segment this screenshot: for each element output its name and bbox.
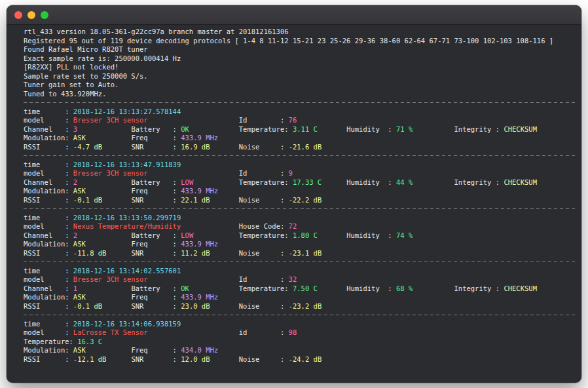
field-label: SNR : bbox=[131, 196, 181, 204]
field-label: SNR : bbox=[131, 355, 181, 363]
field-value: CHECKSUM bbox=[504, 284, 537, 292]
record-line: Channel : 1 Battery : OK Temperature: 7.… bbox=[24, 284, 575, 294]
field-label: Integrity : bbox=[454, 125, 504, 133]
field-label: Id : bbox=[239, 169, 289, 177]
window-titlebar[interactable] bbox=[7, 5, 581, 25]
field-padding bbox=[537, 284, 562, 292]
field-padding bbox=[181, 214, 454, 222]
field-padding bbox=[77, 284, 131, 292]
field-label: Noise : bbox=[239, 302, 289, 310]
field-value: Nexus Temperature/Humidity bbox=[73, 222, 181, 230]
record-line: model : Bresser 3CH sensor Id : 9 bbox=[24, 169, 575, 178]
field-padding bbox=[218, 293, 239, 301]
field-label: Freq : bbox=[131, 293, 181, 301]
field-padding bbox=[181, 320, 454, 328]
record-separator bbox=[24, 98, 575, 107]
field-label: Battery : bbox=[131, 178, 181, 186]
field-value: 433.9 MHz bbox=[181, 187, 218, 195]
record-line: Modulation: ASK Freq : 433.9 MHz bbox=[24, 240, 575, 249]
field-padding bbox=[297, 116, 454, 124]
field-padding bbox=[189, 284, 239, 292]
minimize-button[interactable] bbox=[28, 11, 35, 19]
field-padding bbox=[102, 338, 131, 345]
field-label: Humidity : bbox=[346, 231, 396, 239]
field-value: CHECKSUM bbox=[504, 125, 537, 133]
field-label: model : bbox=[24, 275, 73, 283]
field-value: 433.9 MHz bbox=[181, 134, 218, 142]
field-padding bbox=[297, 275, 454, 283]
field-value: ASK bbox=[73, 346, 86, 354]
field-padding bbox=[413, 178, 454, 186]
field-value: 22.1 dB bbox=[181, 196, 210, 204]
field-value: 2018-12-16 13:13:50.299719 bbox=[73, 214, 181, 222]
close-button[interactable] bbox=[14, 11, 22, 19]
field-value: Bresser 3CH sensor bbox=[73, 169, 148, 177]
field-value: 16.3 C bbox=[77, 338, 102, 345]
terminal-header-line: Registered 95 out of 119 device decoding… bbox=[24, 37, 575, 46]
field-value: -23.1 dB bbox=[289, 249, 322, 257]
field-value: -0.1 dB bbox=[73, 196, 102, 204]
record-line: RSSI : -12.1 dB SNR : 12.0 dB Noise : -2… bbox=[24, 355, 575, 364]
field-value: 2018-12-16 13:14:02.557601 bbox=[73, 267, 181, 275]
record-line: model : Nexus Temperature/Humidity House… bbox=[24, 222, 575, 231]
field-label: Channel : bbox=[24, 125, 73, 133]
field-label: Channel : bbox=[24, 284, 73, 292]
field-value: CHECKSUM bbox=[504, 178, 537, 186]
field-label: Channel : bbox=[24, 231, 73, 239]
separator-dash bbox=[24, 315, 575, 315]
field-padding bbox=[148, 328, 239, 336]
field-padding bbox=[77, 231, 131, 239]
field-padding bbox=[210, 196, 239, 204]
field-label: Modulation: bbox=[24, 240, 73, 248]
field-value: -24.2 dB bbox=[289, 355, 322, 363]
record-line: RSSI : -0.1 dB SNR : 22.1 dB Noise : -22… bbox=[24, 196, 575, 205]
field-padding bbox=[148, 169, 239, 177]
field-value: 44 % bbox=[396, 178, 413, 186]
field-label: RSSI : bbox=[24, 249, 73, 257]
record-line: Modulation: ASK Freq : 433.9 MHz bbox=[24, 293, 575, 302]
field-padding bbox=[297, 222, 454, 230]
record-line: time : 2018-12-16 13:13:47.911839 bbox=[24, 161, 575, 170]
field-padding bbox=[210, 249, 239, 257]
field-padding bbox=[297, 328, 454, 336]
field-padding bbox=[106, 249, 131, 257]
field-label: model : bbox=[24, 222, 73, 230]
field-label: time : bbox=[24, 267, 73, 275]
field-value: 2018-12-16 13:13:27.578144 bbox=[73, 107, 181, 115]
field-padding bbox=[193, 178, 239, 186]
field-padding bbox=[148, 275, 239, 283]
record-separator bbox=[24, 151, 575, 161]
window-controls bbox=[14, 11, 48, 19]
field-padding bbox=[210, 355, 239, 363]
field-label: SNR : bbox=[131, 249, 181, 257]
field-label: Noise : bbox=[239, 143, 289, 151]
field-padding bbox=[218, 346, 239, 354]
field-padding bbox=[318, 284, 346, 292]
field-label: Temperature: bbox=[24, 338, 77, 345]
terminal-content[interactable]: rtl_433 version 18.05-361-g22cc97a branc… bbox=[7, 25, 581, 364]
field-value: -21.6 dB bbox=[289, 143, 322, 151]
field-label: Freq : bbox=[131, 240, 181, 248]
field-label: Integrity : bbox=[454, 284, 504, 292]
field-label: Channel : bbox=[24, 178, 73, 186]
field-padding bbox=[77, 178, 131, 186]
field-padding bbox=[106, 355, 131, 363]
field-value: 72 bbox=[289, 222, 297, 230]
field-value: ASK bbox=[73, 240, 86, 248]
desktop-background: rtl_433 version 18.05-361-g22cc97a branc… bbox=[0, 0, 588, 388]
record-line: time : 2018-12-16 13:14:06.938159 bbox=[24, 320, 575, 329]
record-separator bbox=[24, 311, 575, 320]
field-padding bbox=[322, 196, 346, 204]
field-label: Id : bbox=[239, 116, 289, 124]
field-value: 7.50 C bbox=[293, 284, 318, 292]
separator-dash bbox=[24, 102, 575, 103]
field-padding bbox=[322, 143, 346, 151]
field-padding bbox=[181, 161, 454, 168]
field-value: 1.80 C bbox=[293, 231, 318, 239]
terminal-header-line: Found Rafael Micro R820T tuner bbox=[24, 45, 575, 54]
field-value: 11.2 dB bbox=[181, 249, 210, 257]
zoom-button[interactable] bbox=[41, 11, 48, 19]
field-label: Freq : bbox=[131, 187, 181, 195]
record-line: Modulation: ASK Freq : 433.9 MHz bbox=[24, 187, 575, 196]
field-value: LOW bbox=[181, 178, 193, 186]
